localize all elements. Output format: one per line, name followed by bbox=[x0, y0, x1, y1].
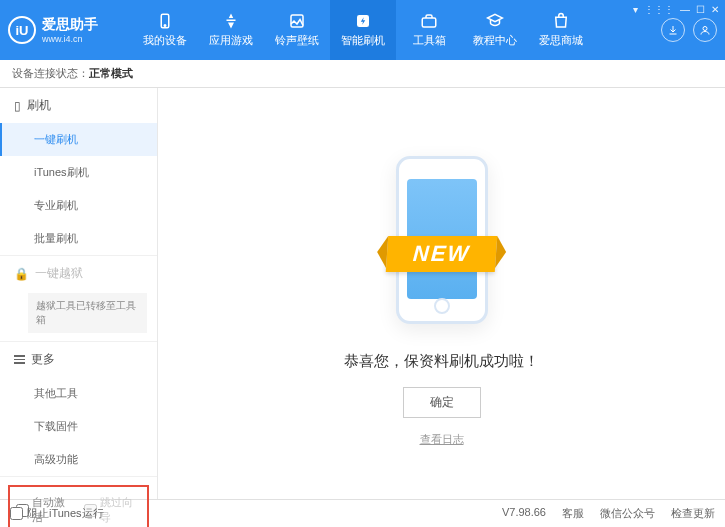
ok-button[interactable]: 确定 bbox=[403, 387, 481, 418]
main-content: NEW 恭喜您，保资料刷机成功啦！ 确定 查看日志 bbox=[158, 88, 725, 499]
store-icon bbox=[551, 12, 571, 30]
top-nav: 我的设备 应用游戏 铃声壁纸 智能刷机 工具箱 教程中心 爱思商城 bbox=[132, 0, 661, 60]
nav-toolbox[interactable]: 工具箱 bbox=[396, 0, 462, 60]
version-label: V7.98.66 bbox=[502, 506, 546, 521]
minimize-icon[interactable]: — bbox=[680, 4, 690, 15]
grid-icon[interactable]: ⋮⋮⋮ bbox=[644, 4, 674, 15]
nav-ringtone-wallpaper[interactable]: 铃声壁纸 bbox=[264, 0, 330, 60]
device-icon bbox=[155, 12, 175, 30]
app-subtitle: www.i4.cn bbox=[42, 34, 98, 44]
new-ribbon: NEW bbox=[386, 236, 498, 272]
sidebar-more-head[interactable]: 更多 bbox=[0, 342, 157, 377]
nav-apps-games[interactable]: 应用游戏 bbox=[198, 0, 264, 60]
nav-store[interactable]: 爱思商城 bbox=[528, 0, 594, 60]
maximize-icon[interactable]: ☐ bbox=[696, 4, 705, 15]
menu-icon bbox=[14, 355, 25, 364]
footer-support[interactable]: 客服 bbox=[562, 506, 584, 521]
menu-dropdown-icon[interactable]: ▾ bbox=[633, 4, 638, 15]
nav-smart-flash[interactable]: 智能刷机 bbox=[330, 0, 396, 60]
sidebar-item-pro-flash[interactable]: 专业刷机 bbox=[0, 189, 157, 222]
svg-point-5 bbox=[703, 27, 707, 31]
view-log-link[interactable]: 查看日志 bbox=[420, 432, 464, 447]
sidebar-item-batch-flash[interactable]: 批量刷机 bbox=[0, 222, 157, 255]
toolbox-icon bbox=[419, 12, 439, 30]
sidebar: ▯ 刷机 一键刷机 iTunes刷机 专业刷机 批量刷机 🔒 一键越狱 越狱工具… bbox=[0, 88, 158, 499]
footer-wechat[interactable]: 微信公众号 bbox=[600, 506, 655, 521]
jailbreak-note: 越狱工具已转移至工具箱 bbox=[28, 293, 147, 333]
tutorial-icon bbox=[485, 12, 505, 30]
sidebar-item-onekey-flash[interactable]: 一键刷机 bbox=[0, 123, 157, 156]
sidebar-flash-head[interactable]: ▯ 刷机 bbox=[0, 88, 157, 123]
sidebar-item-other-tools[interactable]: 其他工具 bbox=[0, 377, 157, 410]
svg-rect-4 bbox=[422, 18, 436, 27]
sidebar-jailbreak-head: 🔒 一键越狱 bbox=[0, 256, 157, 291]
nav-my-device[interactable]: 我的设备 bbox=[132, 0, 198, 60]
logo-icon: iU bbox=[8, 16, 36, 44]
wallpaper-icon bbox=[287, 12, 307, 30]
nav-tutorials[interactable]: 教程中心 bbox=[462, 0, 528, 60]
app-title: 爱思助手 bbox=[42, 16, 98, 34]
download-button[interactable] bbox=[661, 18, 685, 42]
flash-icon bbox=[353, 12, 373, 30]
app-logo: iU 爱思助手 www.i4.cn bbox=[8, 16, 132, 44]
sidebar-item-itunes-flash[interactable]: iTunes刷机 bbox=[0, 156, 157, 189]
app-header: iU 爱思助手 www.i4.cn 我的设备 应用游戏 铃声壁纸 智能刷机 工具… bbox=[0, 0, 725, 60]
block-itunes-checkbox[interactable]: 阻止iTunes运行 bbox=[10, 506, 104, 521]
success-illustration: NEW bbox=[352, 140, 532, 340]
footer-check-update[interactable]: 检查更新 bbox=[671, 506, 715, 521]
svg-point-1 bbox=[164, 25, 166, 27]
lock-icon: 🔒 bbox=[14, 267, 29, 281]
user-button[interactable] bbox=[693, 18, 717, 42]
window-controls: ▾ ⋮⋮⋮ — ☐ ✕ bbox=[633, 4, 719, 15]
sidebar-item-download-firmware[interactable]: 下载固件 bbox=[0, 410, 157, 443]
apps-icon bbox=[221, 12, 241, 30]
phone-icon: ▯ bbox=[14, 99, 21, 113]
sidebar-item-advanced[interactable]: 高级功能 bbox=[0, 443, 157, 476]
close-icon[interactable]: ✕ bbox=[711, 4, 719, 15]
success-message: 恭喜您，保资料刷机成功啦！ bbox=[344, 352, 539, 371]
connection-status: 设备连接状态：正常模式 bbox=[0, 60, 725, 88]
